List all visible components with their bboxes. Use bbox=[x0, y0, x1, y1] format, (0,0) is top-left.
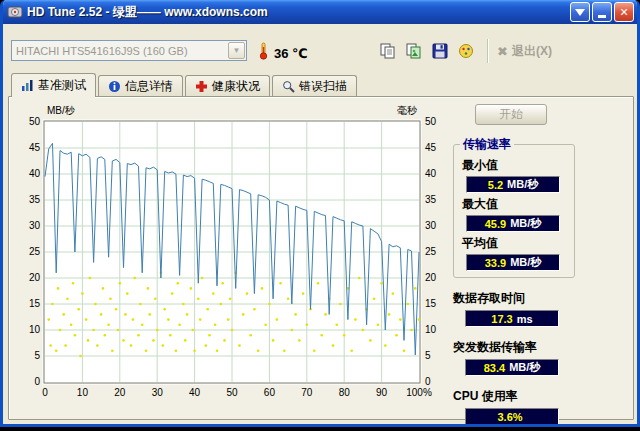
svg-text:50: 50 bbox=[425, 116, 437, 127]
svg-text:10: 10 bbox=[425, 324, 437, 335]
palette-icon bbox=[457, 42, 475, 60]
svg-text:30: 30 bbox=[152, 387, 164, 398]
tab-label: 健康状况 bbox=[212, 78, 260, 95]
min-value: 5.2 bbox=[488, 179, 503, 191]
drive-select-value: HITACHI HTS541616J9S (160 GB) bbox=[12, 45, 228, 57]
svg-text:毫秒: 毫秒 bbox=[397, 105, 418, 116]
down-arrow-icon bbox=[575, 9, 585, 16]
min-value-box: 5.2 MB/秒 bbox=[466, 176, 560, 193]
avg-value-box: 33.9 MB/秒 bbox=[466, 254, 560, 271]
close-icon: ✕ bbox=[619, 6, 628, 19]
svg-text:10: 10 bbox=[77, 387, 89, 398]
save-button[interactable] bbox=[427, 38, 453, 64]
svg-text:35: 35 bbox=[425, 194, 437, 205]
access-time-value-box: 17.3 ms bbox=[465, 310, 559, 327]
svg-text:40: 40 bbox=[189, 387, 201, 398]
svg-text:20: 20 bbox=[29, 272, 41, 283]
client-area: HITACHI HTS541616J9S (160 GB) ▼ 36 ℃ bbox=[3, 24, 637, 424]
burst-rate-value: 83.4 bbox=[484, 362, 505, 374]
exit-label: 退出(X) bbox=[512, 43, 552, 60]
title-bar[interactable]: HD Tune 2.52 - 绿盟—— www.xdowns.com ✕ bbox=[0, 0, 640, 24]
access-time-label: 数据存取时间 bbox=[453, 290, 575, 307]
start-button[interactable]: 开始 bbox=[475, 104, 547, 125]
cpu-usage-block: CPU 使用率 3.6% bbox=[453, 388, 575, 425]
tab-label: 错误扫描 bbox=[299, 78, 347, 95]
avg-label: 平均值 bbox=[462, 235, 568, 252]
drive-select[interactable]: HITACHI HTS541616J9S (160 GB) ▼ bbox=[11, 40, 247, 61]
tab-label: 基准测试 bbox=[38, 77, 86, 94]
svg-text:45: 45 bbox=[425, 142, 437, 153]
svg-text:0: 0 bbox=[42, 387, 48, 398]
copy-button[interactable] bbox=[375, 38, 401, 64]
close-button[interactable]: ✕ bbox=[614, 2, 634, 22]
min-unit: MB/秒 bbox=[507, 177, 538, 192]
max-unit: MB/秒 bbox=[510, 216, 541, 231]
options-button[interactable] bbox=[453, 38, 479, 64]
svg-text:25: 25 bbox=[425, 246, 437, 257]
benchmark-chart: 5050454540403535303025252020151510105500… bbox=[13, 104, 451, 404]
svg-text:90: 90 bbox=[376, 387, 388, 398]
max-value: 45.9 bbox=[485, 218, 506, 230]
svg-text:40: 40 bbox=[425, 168, 437, 179]
info-icon bbox=[108, 80, 121, 93]
svg-text:50: 50 bbox=[226, 387, 238, 398]
svg-text:45: 45 bbox=[29, 142, 41, 153]
access-time-unit: ms bbox=[517, 313, 533, 325]
svg-text:15: 15 bbox=[425, 298, 437, 309]
toolbar-separator bbox=[487, 39, 489, 63]
svg-text:35: 35 bbox=[29, 194, 41, 205]
minimize-icon bbox=[598, 15, 606, 18]
burst-rate-label: 突发数据传输率 bbox=[453, 339, 575, 356]
svg-text:15: 15 bbox=[29, 298, 41, 309]
copy-image-button[interactable] bbox=[401, 38, 427, 64]
chevron-down-icon[interactable]: ▼ bbox=[228, 42, 245, 59]
minimize-button[interactable] bbox=[592, 2, 612, 22]
exit-button[interactable]: ✖ 退出(X) bbox=[497, 43, 552, 60]
cpu-usage-value-box: 3.6% bbox=[465, 408, 559, 425]
svg-text:30: 30 bbox=[425, 220, 437, 231]
svg-text:100%: 100% bbox=[406, 387, 432, 398]
access-time-block: 数据存取时间 17.3 ms bbox=[453, 290, 575, 327]
svg-text:25: 25 bbox=[29, 246, 41, 257]
app-icon bbox=[7, 4, 23, 20]
svg-text:0: 0 bbox=[34, 376, 40, 387]
svg-text:70: 70 bbox=[301, 387, 313, 398]
transfer-rate-group-title: 传输速率 bbox=[460, 136, 514, 153]
svg-text:5: 5 bbox=[34, 350, 40, 361]
app-window: HD Tune 2.52 - 绿盟—— www.xdowns.com ✕ HIT… bbox=[0, 0, 640, 427]
min-label: 最小值 bbox=[462, 157, 568, 174]
cpu-usage-label: CPU 使用率 bbox=[453, 388, 575, 405]
svg-text:MB/秒: MB/秒 bbox=[47, 105, 76, 116]
exit-x-icon: ✖ bbox=[497, 44, 508, 59]
svg-text:20: 20 bbox=[425, 272, 437, 283]
window-title: HD Tune 2.52 - 绿盟—— www.xdowns.com bbox=[27, 4, 570, 21]
burst-rate-block: 突发数据传输率 83.4 MB/秒 bbox=[453, 339, 575, 376]
svg-text:20: 20 bbox=[114, 387, 126, 398]
avg-value: 33.9 bbox=[485, 257, 506, 269]
tab-info[interactable]: 信息详情 bbox=[98, 75, 183, 96]
copy-image-icon bbox=[405, 42, 423, 60]
tab-error-scan[interactable]: 错误扫描 bbox=[272, 75, 357, 96]
svg-text:40: 40 bbox=[29, 168, 41, 179]
magnifier-icon bbox=[282, 80, 295, 93]
svg-text:80: 80 bbox=[339, 387, 351, 398]
max-label: 最大值 bbox=[462, 196, 568, 213]
down-arrow-button[interactable] bbox=[570, 2, 590, 22]
burst-rate-unit: MB/秒 bbox=[509, 360, 540, 375]
svg-text:5: 5 bbox=[425, 350, 431, 361]
tab-strip: 基准测试 信息详情 健康状况 bbox=[11, 73, 359, 97]
window-controls: ✕ bbox=[570, 2, 634, 22]
save-icon bbox=[431, 42, 449, 60]
temperature-value: 36 ℃ bbox=[274, 46, 308, 61]
avg-unit: MB/秒 bbox=[510, 255, 541, 270]
svg-text:10: 10 bbox=[29, 324, 41, 335]
temperature-indicator: 36 ℃ bbox=[257, 42, 308, 64]
transfer-rate-group: 传输速率 最小值 5.2 MB/秒 最大值 45.9 MB/秒 平均值 33.9… bbox=[453, 136, 575, 278]
tab-health[interactable]: 健康状况 bbox=[185, 75, 270, 96]
tab-benchmark[interactable]: 基准测试 bbox=[11, 73, 96, 97]
tab-label: 信息详情 bbox=[125, 78, 173, 95]
access-time-value: 17.3 bbox=[491, 313, 512, 325]
temperature-icon bbox=[257, 42, 270, 64]
svg-text:0: 0 bbox=[425, 376, 431, 387]
copy-icon bbox=[379, 42, 397, 60]
